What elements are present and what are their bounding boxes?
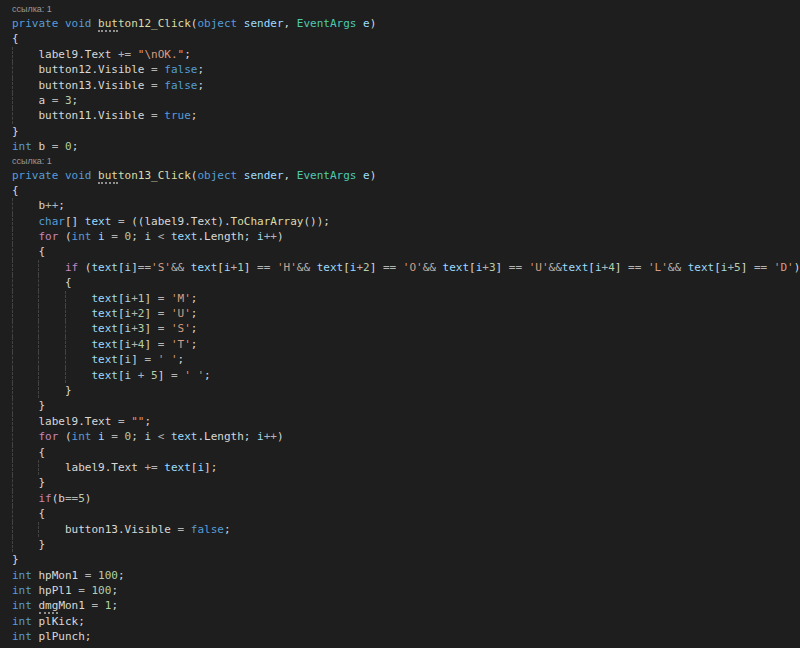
token: {	[38, 245, 45, 258]
code-line[interactable]: private void button13_Click(object sende…	[12, 168, 800, 183]
token: ;	[72, 140, 79, 153]
token: text	[317, 261, 344, 274]
code-line[interactable]: {	[12, 183, 800, 198]
code-line[interactable]: button13.Visible = false;	[12, 522, 800, 537]
token: ==	[138, 261, 151, 274]
code-line[interactable]: label9.Text += "\nOK.";	[12, 47, 800, 62]
indent-guide	[65, 337, 91, 352]
token	[32, 599, 39, 612]
indent-guide	[38, 522, 64, 537]
code-line[interactable]: text[i+4] = 'T';	[12, 337, 800, 352]
code-line[interactable]: if(b==5)	[12, 491, 800, 506]
token: ];	[204, 461, 217, 474]
token: (	[58, 430, 71, 443]
token: [	[118, 292, 125, 305]
token: 5	[78, 492, 85, 505]
token: +	[131, 369, 151, 382]
code-line[interactable]: text[i+1] = 'M';	[12, 291, 800, 306]
token: int	[12, 599, 32, 612]
token: =	[144, 63, 164, 76]
code-line[interactable]: text[i] = ' ';	[12, 352, 800, 367]
token	[237, 169, 244, 182]
code-line[interactable]: }	[12, 537, 800, 552]
code-line[interactable]: {	[12, 506, 800, 521]
code-line[interactable]: if (text[i]=='S'&& text[i+1] == 'H'&& te…	[12, 260, 800, 275]
code-line[interactable]: int hpPl1 = 100;	[12, 583, 800, 598]
code-line[interactable]: }	[12, 398, 800, 413]
indent-guide	[12, 383, 38, 398]
code-line[interactable]: int hpMon1 = 100;	[12, 568, 800, 583]
code-line[interactable]: int plKick;	[12, 614, 800, 629]
token: 'S'	[171, 322, 191, 335]
token: 'L'	[648, 261, 668, 274]
token: void	[65, 17, 92, 30]
indent-guide	[12, 47, 38, 62]
code-line[interactable]: int dmgMon1 = 1;	[12, 598, 800, 613]
token: 'U'	[529, 261, 549, 274]
token: sender	[244, 17, 284, 30]
token: object	[197, 17, 237, 30]
code-line[interactable]: label9.Text = "";	[12, 414, 800, 429]
code-line[interactable]: int b = 0;	[12, 139, 800, 154]
token: =	[144, 109, 164, 122]
code-line[interactable]: {	[12, 31, 800, 46]
code-line[interactable]: {	[12, 445, 800, 460]
indent-guide	[38, 383, 64, 398]
token: i	[98, 430, 105, 443]
token: [	[588, 261, 595, 274]
indent-guide	[38, 321, 64, 336]
code-line[interactable]: {	[12, 244, 800, 259]
token: 'H'	[277, 261, 297, 274]
code-line[interactable]: {	[12, 275, 800, 290]
indent-guide	[12, 306, 38, 321]
token: hpPl1	[32, 584, 72, 597]
code-line[interactable]: text[i + 5] = ' ';	[12, 368, 800, 383]
token: ,	[284, 17, 297, 30]
code-editor[interactable]: ссылка: 1private void button12_Click(obj…	[0, 0, 800, 648]
indent-guide	[12, 214, 38, 229]
token: text	[191, 261, 218, 274]
indent-guide	[12, 537, 38, 552]
token: text	[171, 230, 198, 243]
code-line[interactable]: button13.Visible = false;	[12, 78, 800, 93]
code-line[interactable]: }	[12, 124, 800, 139]
token: text	[91, 261, 118, 274]
code-line[interactable]: a = 3;	[12, 93, 800, 108]
code-line[interactable]: button11.Visible = true;	[12, 108, 800, 123]
code-line[interactable]: }	[12, 475, 800, 490]
code-line[interactable]: b++;	[12, 198, 800, 213]
indent-guide	[12, 368, 38, 383]
indent-guide	[12, 321, 38, 336]
code-line[interactable]: private void button12_Click(object sende…	[12, 16, 800, 31]
code-line[interactable]: for (int i = 0; i < text.Length; i++)	[12, 229, 800, 244]
token: int	[72, 430, 92, 443]
indent-guide	[38, 306, 64, 321]
token: ;	[178, 353, 185, 366]
indent-guide	[12, 475, 38, 490]
code-line[interactable]: }	[12, 552, 800, 567]
token: 100	[92, 584, 112, 597]
code-line[interactable]: int plPunch;	[12, 629, 800, 644]
token: but	[98, 169, 118, 184]
token: &&	[549, 261, 562, 274]
token: i	[595, 261, 602, 274]
token: =	[45, 94, 65, 107]
token: [	[217, 261, 224, 274]
code-line[interactable]: button12.Visible = false;	[12, 62, 800, 77]
token: [	[118, 307, 125, 320]
code-line[interactable]: char[] text = ((label9.Text).ToCharArray…	[12, 214, 800, 229]
code-line[interactable]: }	[12, 383, 800, 398]
token: Mon1	[58, 599, 85, 612]
code-line[interactable]: int pl	[12, 645, 800, 648]
code-line[interactable]: for (int i = 0; i < text.Length; i++)	[12, 429, 800, 444]
codelens-reference[interactable]: ссылка: 1	[12, 3, 800, 16]
token: =	[151, 307, 171, 320]
token: )	[277, 230, 284, 243]
token: []	[65, 215, 85, 228]
token: ;	[111, 584, 118, 597]
code-line[interactable]: text[i+2] = 'U';	[12, 306, 800, 321]
code-line[interactable]: text[i+3] = 'S';	[12, 321, 800, 336]
code-line[interactable]: label9.Text += text[i];	[12, 460, 800, 475]
token: ;	[191, 109, 198, 122]
codelens-reference[interactable]: ссылка: 1	[12, 155, 800, 168]
